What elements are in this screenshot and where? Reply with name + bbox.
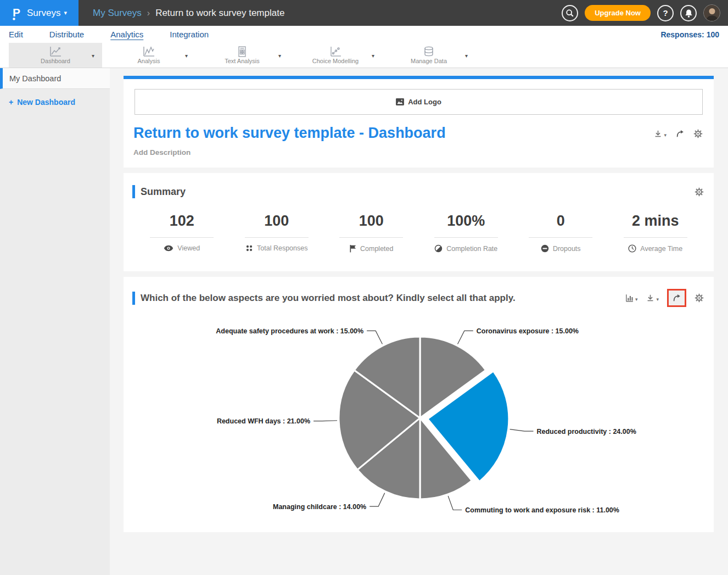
notifications-button[interactable] [680,5,697,21]
stat-value: 100 [359,213,384,230]
stat-dropouts: 0 Dropouts [513,213,608,253]
help-button[interactable]: ? [657,5,674,21]
stat-label-text: Total Responses [257,244,307,252]
toolbar-manage-data[interactable]: Manage Data ▾ [382,43,475,68]
share-chart-button-highlighted[interactable] [667,289,686,307]
bar-chart-icon [625,293,634,303]
gear-icon [695,187,704,197]
chart-type-button[interactable]: ▾ [625,293,638,303]
chevron-down-icon: ▾ [656,297,659,302]
stat-value: 102 [170,213,194,230]
plus-icon: + [9,98,13,107]
chevron-down-icon[interactable]: ▾ [372,52,374,58]
search-button[interactable] [562,5,578,21]
dashboard-settings-button[interactable] [693,129,703,138]
summary-settings-button[interactable] [695,187,704,197]
divider [434,237,498,238]
toolbar-item-label: Manage Data [411,58,447,64]
stat-completed: 100 Completed [324,213,419,253]
scatter-chart-icon [329,46,342,57]
tab-integration[interactable]: Integration [170,27,209,41]
upgrade-now-button[interactable]: Upgrade Now [585,5,651,21]
stat-total-responses: 100 Total Responses [229,213,324,253]
toolbar-analysis[interactable]: Analysis ▾ [102,43,195,68]
summary-stats: 102 Viewed 100 [124,198,714,271]
stat-value: 100 [264,213,289,230]
pie-label-leader-line [510,429,534,431]
dashboard-content: Add Logo Return to work survey template … [110,68,728,575]
new-dashboard-button[interactable]: + New Dashboard [0,89,110,107]
stat-label-text: Dropouts [553,245,581,253]
app-window: P Surveys ▾ My Surveys › Return to work … [0,0,728,575]
clock-icon [628,244,636,253]
toolbar-choice-modelling[interactable]: Choice Modelling ▾ [289,43,382,68]
pie-slice-label: Reduced productivity : 24.00% [536,428,636,436]
toolbar-item-label: Choice Modelling [312,58,359,64]
add-logo-label: Add Logo [408,98,441,106]
pie-slice-label: Coronavirus exposure : 15.00% [477,327,579,335]
stat-label-text: Viewed [177,244,200,252]
questionpro-logo-icon: P [12,6,23,20]
tab-edit[interactable]: Edit [9,27,23,41]
breadcrumb: My Surveys › Return to work survey templ… [93,8,284,19]
download-chart-button[interactable]: ▾ [646,293,659,303]
half-circle-icon [434,244,443,253]
line-chart-icon [49,46,62,57]
tab-analytics[interactable]: Analytics [110,27,143,41]
toolbar-text-analysis[interactable]: Text Analysis ▾ [195,43,289,68]
question-card: Which of the below aspects are you worri… [124,277,714,532]
pie-label-leader-line [448,496,462,510]
stat-viewed: 102 Viewed [135,213,229,253]
add-logo-button[interactable]: Add Logo [135,89,703,115]
download-icon [653,129,663,138]
chevron-down-icon[interactable]: ▾ [185,52,188,58]
dots-grid-icon [245,244,253,252]
summary-heading: Summary [141,186,186,198]
pie-slice-label: Reduced WFH days : 21.00% [217,417,310,425]
responses-count: Responses: 100 [660,30,719,39]
stat-average-time: 2 mins Average Time [608,213,703,253]
breadcrumb-my-surveys[interactable]: My Surveys [93,8,142,19]
chevron-down-icon[interactable]: ▾ [465,52,468,58]
dashboard-header-card: Add Logo Return to work survey template … [124,76,714,168]
gear-icon [693,129,703,138]
add-description-button[interactable]: Add Description [124,142,714,157]
pie-label-leader-line [458,331,473,344]
top-header: P Surveys ▾ My Surveys › Return to work … [0,0,728,26]
stat-value: 100% [447,213,485,230]
stat-label-text: Average Time [640,245,682,253]
sidebar-item-label: My Dashboard [9,74,61,83]
product-logo-menu[interactable]: P Surveys ▾ [0,0,79,26]
area-chart-icon [142,46,155,57]
section-accent-bar [132,185,135,198]
sidebar-item-my-dashboard[interactable]: My Dashboard [0,68,110,89]
product-name: Surveys [27,8,60,19]
pie-slice-label: Commuting to work and exposure risk : 11… [465,506,619,514]
page-title: Return to work survey template - Dashboa… [133,125,446,142]
chevron-down-icon[interactable]: ▾ [92,52,94,58]
svg-text:P: P [13,6,20,19]
export-dashboard-button[interactable]: ▾ [653,129,667,138]
share-dashboard-button[interactable] [675,129,685,138]
survey-nav: Edit Distribute Analytics Integration Re… [0,26,728,43]
gear-icon [695,293,704,303]
stat-label-text: Completed [360,245,393,253]
avatar-photo [704,5,720,21]
toolbar-item-label: Analysis [138,58,160,64]
image-icon [396,98,404,105]
toolbar-dashboard[interactable]: Dashboard ▾ [9,43,102,68]
toolbar-item-label: Text Analysis [225,58,260,64]
document-grid-icon [237,46,248,57]
user-avatar[interactable] [703,4,720,21]
question-settings-button[interactable] [695,293,704,303]
pie-label-leader-line [369,493,384,506]
share-icon [672,293,681,303]
accent-top-bar [124,76,714,79]
minus-circle-icon [541,244,549,253]
chevron-down-icon: ▾ [635,297,638,302]
chevron-down-icon[interactable]: ▾ [278,52,281,58]
section-accent-bar [132,292,135,305]
tab-distribute[interactable]: Distribute [49,27,84,41]
bell-icon [685,9,693,18]
question-heading: Which of the below aspects are you worri… [141,293,516,304]
